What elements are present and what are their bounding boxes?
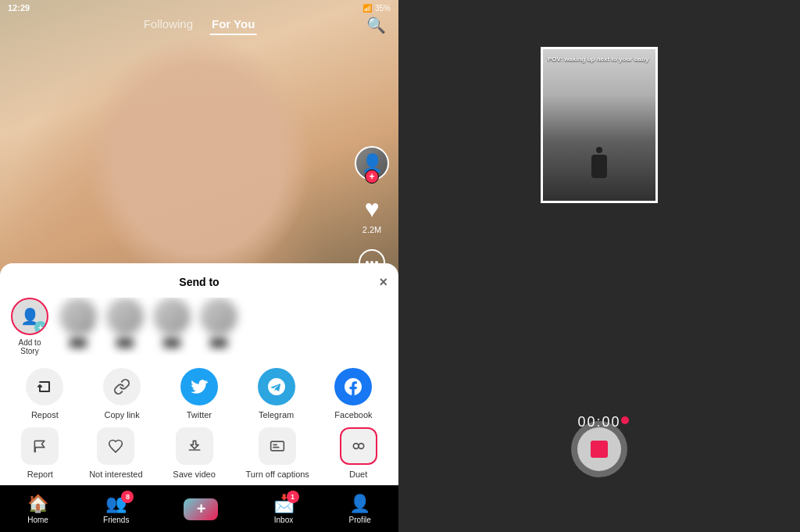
contact-5-avatar	[200, 298, 238, 335]
preview-thumbnail: POV: waking up next to your baby POV: wa…	[541, 47, 658, 203]
contact-2-name: ███	[70, 338, 86, 347]
record-panel: POV: waking up next to your baby POV: wa…	[398, 0, 800, 532]
contact-4[interactable]: ███	[153, 298, 191, 355]
profile-icon: 👤	[349, 494, 370, 514]
contact-2-avatar: 🎮	[59, 298, 97, 335]
twitter-icon	[180, 368, 218, 405]
tab-for-you[interactable]: For You	[210, 14, 256, 35]
repost-label: Repost	[31, 410, 59, 420]
captions-label: Turn off captions	[246, 470, 309, 479]
repost-option[interactable]: Repost	[26, 368, 63, 420]
profile-label: Profile	[349, 516, 371, 524]
record-inner	[577, 427, 621, 471]
save-video-icon	[176, 427, 213, 465]
home-icon: 🏠	[27, 494, 48, 514]
phone-panel: 12:29 📶 35% Following For You 🔍 👤 + ♥ 2.…	[0, 0, 398, 532]
contact-4-name: ███	[163, 338, 180, 347]
facebook-label: Facebook	[334, 410, 372, 420]
thumbnail-inner: POV: waking up next to your baby POV: wa…	[543, 49, 655, 201]
story-avatar: 👤 +	[11, 298, 48, 335]
duet-label: Duet	[349, 470, 367, 479]
captions-icon	[259, 427, 296, 465]
like-button[interactable]: ♥ 2.2M	[358, 195, 386, 234]
tab-following[interactable]: Following	[142, 14, 195, 35]
thumbnail-caption: POV: waking up next to your baby	[548, 55, 651, 63]
record-button[interactable]	[571, 421, 627, 477]
friends-badge: 8	[121, 491, 134, 503]
telegram-label: Telegram	[259, 410, 294, 420]
story-label: Add to Story	[9, 338, 50, 355]
inbox-badge: 1	[287, 491, 299, 503]
add-to-story[interactable]: 👤 + Add to Story	[9, 298, 50, 355]
status-bar: 12:29 📶 35%	[0, 0, 398, 16]
copy-link-icon	[103, 368, 141, 405]
follow-plus-icon: +	[365, 170, 379, 184]
contact-2[interactable]: 🎮 ███	[59, 298, 97, 355]
search-icon[interactable]: 🔍	[366, 16, 386, 34]
modal-close-button[interactable]: ×	[379, 274, 388, 291]
contact-3-name: ███	[116, 338, 133, 347]
record-button-container	[571, 421, 627, 477]
duet-icon	[340, 427, 377, 465]
captions-option[interactable]: Turn off captions	[246, 427, 309, 479]
modal-title: Send to	[179, 276, 219, 288]
friends-label: Friends	[103, 516, 129, 524]
contact-3-avatar	[106, 298, 144, 335]
nav-tabs: Following For You	[142, 14, 257, 35]
report-icon	[21, 427, 59, 465]
share-options-row: Repost Copy link Twitter	[0, 368, 398, 420]
facebook-icon	[334, 368, 372, 405]
nav-friends[interactable]: 👥 8 Friends	[103, 494, 129, 524]
facebook-option[interactable]: Facebook	[334, 368, 372, 420]
nav-create[interactable]: +	[184, 498, 218, 520]
create-icon[interactable]: +	[184, 498, 218, 520]
like-count: 2.2M	[362, 225, 381, 234]
nav-home[interactable]: 🏠 Home	[27, 494, 48, 524]
share-modal: Send to × 👤 + Add to Story 🎮 ███ ███	[0, 263, 398, 485]
duet-option[interactable]: Duet	[340, 427, 377, 479]
status-time: 12:29	[8, 3, 30, 12]
telegram-option[interactable]: Telegram	[258, 368, 295, 420]
copy-link-label: Copy link	[104, 410, 139, 420]
telegram-icon	[258, 368, 295, 405]
contact-5[interactable]: ███	[200, 298, 238, 355]
not-interested-icon	[97, 427, 134, 465]
svg-point-1	[353, 444, 359, 449]
contacts-row: 👤 + Add to Story 🎮 ███ ███ ███	[0, 298, 398, 355]
heart-icon: ♥	[358, 195, 386, 223]
bottom-nav: 🏠 Home 👥 8 Friends + 📩 1 Inbox 👤 Profile	[0, 485, 398, 532]
contact-5-name: ███	[210, 338, 227, 347]
battery-icon: 35%	[375, 4, 391, 12]
not-interested-label: Not interested	[89, 470, 142, 479]
silhouette	[591, 147, 607, 178]
inbox-label: Inbox	[274, 516, 293, 524]
copy-link-option[interactable]: Copy link	[103, 368, 141, 420]
save-video-label: Save video	[173, 470, 215, 479]
svg-point-2	[359, 444, 364, 449]
twitter-label: Twitter	[187, 410, 212, 420]
report-label: Report	[27, 470, 53, 479]
twitter-option[interactable]: Twitter	[180, 368, 218, 420]
save-video-option[interactable]: Save video	[173, 427, 215, 479]
repost-icon	[26, 368, 63, 405]
svg-rect-0	[271, 441, 284, 451]
report-option[interactable]: Report	[21, 427, 59, 479]
modal-header: Send to ×	[0, 276, 398, 288]
nav-inbox[interactable]: 📩 1 Inbox	[273, 494, 295, 524]
nav-profile[interactable]: 👤 Profile	[349, 494, 371, 524]
story-plus-icon: +	[34, 321, 47, 334]
creator-avatar[interactable]: 👤 +	[355, 146, 389, 180]
stop-icon	[591, 441, 608, 458]
contact-4-avatar	[153, 298, 191, 335]
emoji-1: 🎮	[86, 325, 95, 334]
home-label: Home	[27, 516, 48, 524]
wifi-icon: 📶	[362, 4, 372, 12]
not-interested-option[interactable]: Not interested	[89, 427, 142, 479]
record-indicator	[621, 416, 629, 424]
contact-3[interactable]: ███	[106, 298, 144, 355]
share-actions-row: Report Not interested Save video	[0, 427, 398, 479]
status-icons: 📶 35%	[362, 4, 391, 12]
